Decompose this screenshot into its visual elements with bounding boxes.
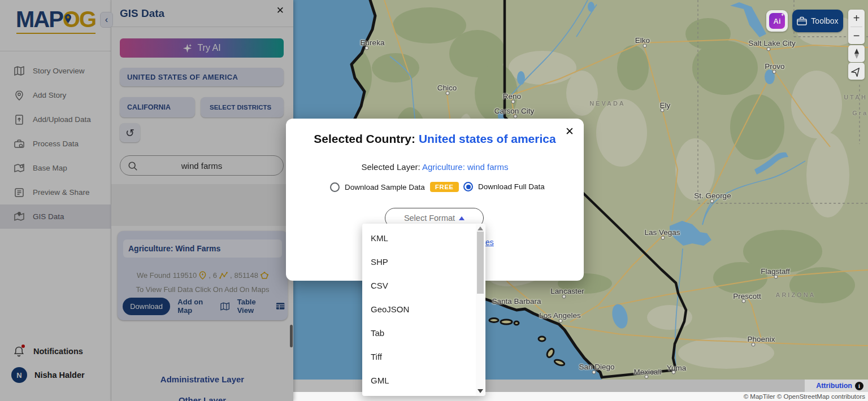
layer-sections: Administrative Layer Other Layer [111,184,293,226]
preview-icon [14,187,25,198]
story-icon [14,66,25,77]
add-on-map-label: Add on Map [177,298,218,315]
pin-icon [14,90,25,101]
format-options: KMLSHPCSVGeoJSONTabTiffGML [362,226,476,392]
select-format-label: Select Format [404,213,455,223]
sidebar-item-label: GIS Data [33,212,64,221]
notifications-button[interactable]: Notifications [0,340,111,363]
other-layer-header[interactable]: Other Layer [111,395,293,401]
sidebar: MAPOG Story OverviewAdd StoryAdd/Upload … [0,0,111,401]
undo-button[interactable]: ↺ [120,123,140,142]
panel-close-icon[interactable]: ✕ [274,2,287,19]
table-icon [276,302,285,310]
sidebar-item-base-map[interactable]: Base Map [0,156,111,180]
panel-title: GIS Data [120,7,164,20]
basemap-icon [14,163,25,174]
layer-search-input[interactable]: wind farms [120,155,284,176]
format-option-gml[interactable]: GML [362,368,476,392]
locate-button[interactable] [848,63,865,80]
divider [111,27,293,27]
notification-dot [21,345,25,348]
try-ai-label: Try AI [197,43,220,53]
format-option-tab[interactable]: Tab [362,321,476,345]
polygon-icon [261,272,268,280]
selected-state-chip[interactable]: CALIFORNIA [120,97,195,117]
sidebar-item-label: Base Map [33,164,67,172]
format-dropdown-list: KMLSHPCSVGeoJSONTabTiffGML [362,224,485,396]
lines-count: 6 [213,271,217,280]
zoom-out-button[interactable]: − [848,27,865,44]
navigation-arrow-icon [851,66,862,77]
sidebar-collapse-button[interactable]: ‹ [100,12,113,28]
full-data-option: Download Full Data [463,182,545,191]
sidebar-item-preview-share[interactable]: Preview & Share [0,180,111,204]
download-button[interactable]: Download [123,298,170,315]
format-option-csv[interactable]: CSV [362,273,476,297]
layer-result-card: Agriculture: Wind Farms We Found 119510 … [118,231,288,320]
attribution-control[interactable]: Attribution i [805,380,868,392]
gis-icon [14,211,25,223]
sidebar-item-process-data[interactable]: Process Data [0,132,111,156]
format-option-geojson[interactable]: GeoJSON [362,297,476,321]
line-icon [219,272,228,279]
sample-data-radio[interactable] [330,182,340,192]
logo-map-text: MAP [16,7,63,32]
panel-scroll-thumb[interactable] [290,325,293,347]
gis-data-panel: GIS Data ✕ Try AI UNITED STATES OF AMERI… [111,0,293,401]
toolbox-button[interactable]: Toolbox [792,10,843,32]
dropdown-scroll-thumb[interactable] [477,232,484,294]
sidebar-item-add-story[interactable]: Add Story [0,83,111,107]
table-view-label: Table View [237,298,273,315]
sidebar-item-story-overview[interactable]: Story Overview [0,59,111,83]
sidebar-item-add-upload-data[interactable]: Add/Upload Data [0,107,111,132]
scroll-up-icon[interactable] [478,226,483,230]
sample-data-label: Download Sample Data [345,183,425,191]
format-option-shp[interactable]: SHP [362,250,476,273]
selected-country-chip[interactable]: UNITED STATES OF AMERICA [120,68,284,86]
sidebar-item-label: Story Overview [33,67,85,75]
ai-icon: Ai✦ [769,13,785,29]
info-icon[interactable]: i [855,382,863,390]
format-option-tiff[interactable]: Tiff [362,345,476,368]
app-logo: MAPOG [0,7,111,34]
add-on-map-button[interactable]: Add on Map [177,298,229,315]
full-data-radio[interactable] [463,182,473,191]
select-districts-button[interactable]: SELECT DISTRICTS [201,97,284,117]
point-icon [199,271,206,280]
stats-prefix: We Found [137,271,171,280]
process-icon [14,138,25,150]
user-profile[interactable]: N Nisha Halder [0,363,111,387]
caret-up-icon [459,216,465,220]
bell-icon [14,346,25,357]
selected-layer-value: Agriculture: wind farms [422,162,509,172]
dropdown-scrollbar[interactable] [476,224,485,395]
try-ai-button[interactable]: Try AI [120,38,284,58]
selected-country-label: Selected Country: [314,132,415,145]
layer-result-title[interactable]: Agriculture: Wind Farms [123,239,282,258]
selected-layer-line: Selected Layer: Agriculture: wind farms [286,162,584,172]
free-badge: FREE [430,182,459,192]
toolbox-icon [797,16,807,25]
scroll-down-icon[interactable] [478,389,483,393]
sidebar-item-label: Add Story [33,91,66,99]
comma: , [209,271,211,280]
sidebar-item-gis-data[interactable]: GIS Data [0,204,111,229]
zoom-in-button[interactable]: + [848,10,865,27]
format-option-kml[interactable]: KML [362,226,476,250]
sparkle-icon: ✦ [780,12,784,18]
administrative-layer-header[interactable]: Administrative Layer [111,374,293,384]
ai-assistant-button[interactable]: Ai✦ [766,10,788,32]
sidebar-menu: Story OverviewAdd StoryAdd/Upload DataPr… [0,59,111,229]
selected-country-line: Selected Country: United states of ameri… [286,132,584,146]
sample-data-option: Download Sample Data FREE [330,182,459,192]
compass-needle-icon [852,48,862,59]
app-stage: EurekaElkoSalt Lake CityProvoChicoRenoCa… [0,0,868,401]
toolbox-label: Toolbox [811,16,838,25]
table-view-button[interactable]: Table View [237,298,285,315]
compass-button[interactable] [848,45,865,62]
notifications-label: Notifications [33,347,83,356]
user-name: Nisha Halder [34,371,85,380]
sample-attributes-link[interactable]: es [485,238,494,247]
full-data-label: Download Full Data [478,182,545,191]
undo-icon: ↺ [125,127,134,140]
